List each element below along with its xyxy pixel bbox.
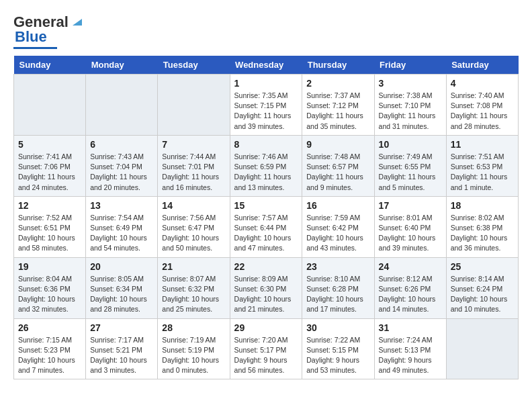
day-info: Sunrise: 8:09 AM Sunset: 6:30 PM Dayligh… — [234, 274, 298, 315]
day-header-sunday: Sunday — [14, 56, 86, 75]
day-info: Sunrise: 7:37 AM Sunset: 7:12 PM Dayligh… — [306, 91, 369, 132]
day-number: 19 — [18, 261, 81, 272]
day-number: 12 — [18, 200, 81, 211]
calendar-table: SundayMondayTuesdayWednesdayThursdayFrid… — [13, 56, 519, 379]
logo-blue-text: Blue — [15, 28, 47, 46]
calendar-cell — [14, 75, 86, 136]
day-info: Sunrise: 7:35 AM Sunset: 7:15 PM Dayligh… — [234, 91, 298, 132]
calendar-cell: 23Sunrise: 8:10 AM Sunset: 6:28 PM Dayli… — [302, 257, 374, 318]
day-number: 27 — [90, 322, 153, 333]
calendar-cell — [86, 75, 158, 136]
day-header-tuesday: Tuesday — [158, 56, 230, 75]
calendar-cell: 16Sunrise: 7:59 AM Sunset: 6:42 PM Dayli… — [302, 196, 374, 257]
day-number: 16 — [306, 200, 369, 211]
day-number: 29 — [234, 322, 298, 333]
day-info: Sunrise: 8:04 AM Sunset: 6:36 PM Dayligh… — [18, 274, 81, 315]
day-info: Sunrise: 8:12 AM Sunset: 6:26 PM Dayligh… — [379, 274, 442, 315]
day-number: 23 — [306, 261, 369, 272]
calendar-cell: 26Sunrise: 7:15 AM Sunset: 5:23 PM Dayli… — [14, 318, 86, 379]
day-number: 9 — [306, 139, 369, 150]
day-number: 18 — [451, 200, 514, 211]
day-number: 24 — [379, 261, 442, 272]
day-header-friday: Friday — [374, 56, 446, 75]
calendar-cell: 29Sunrise: 7:20 AM Sunset: 5:17 PM Dayli… — [230, 318, 302, 379]
day-header-wednesday: Wednesday — [230, 56, 302, 75]
day-info: Sunrise: 7:54 AM Sunset: 6:49 PM Dayligh… — [90, 213, 153, 254]
calendar-cell: 1Sunrise: 7:35 AM Sunset: 7:15 PM Daylig… — [230, 75, 302, 136]
day-info: Sunrise: 7:24 AM Sunset: 5:13 PM Dayligh… — [379, 335, 442, 376]
day-number: 20 — [90, 261, 153, 272]
calendar-cell: 11Sunrise: 7:51 AM Sunset: 6:53 PM Dayli… — [446, 135, 518, 196]
day-number: 25 — [451, 261, 514, 272]
day-header-saturday: Saturday — [446, 56, 518, 75]
day-info: Sunrise: 8:01 AM Sunset: 6:40 PM Dayligh… — [379, 213, 442, 254]
day-number: 26 — [18, 322, 81, 333]
day-info: Sunrise: 7:19 AM Sunset: 5:19 PM Dayligh… — [162, 335, 225, 376]
day-info: Sunrise: 7:17 AM Sunset: 5:21 PM Dayligh… — [90, 335, 153, 376]
day-info: Sunrise: 8:14 AM Sunset: 6:24 PM Dayligh… — [451, 274, 514, 315]
day-info: Sunrise: 7:41 AM Sunset: 7:06 PM Dayligh… — [18, 152, 81, 193]
calendar-cell: 27Sunrise: 7:17 AM Sunset: 5:21 PM Dayli… — [86, 318, 158, 379]
day-number: 28 — [162, 322, 225, 333]
day-number: 8 — [234, 139, 298, 150]
day-info: Sunrise: 7:52 AM Sunset: 6:51 PM Dayligh… — [18, 213, 81, 254]
calendar-cell: 24Sunrise: 8:12 AM Sunset: 6:26 PM Dayli… — [374, 257, 446, 318]
day-number: 30 — [306, 322, 369, 333]
logo-arrow-icon — [70, 13, 85, 28]
calendar-cell — [158, 75, 230, 136]
day-info: Sunrise: 7:43 AM Sunset: 7:04 PM Dayligh… — [90, 152, 153, 193]
calendar-cell: 6Sunrise: 7:43 AM Sunset: 7:04 PM Daylig… — [86, 135, 158, 196]
day-number: 5 — [18, 139, 81, 150]
day-info: Sunrise: 7:51 AM Sunset: 6:53 PM Dayligh… — [451, 152, 514, 193]
calendar-cell: 13Sunrise: 7:54 AM Sunset: 6:49 PM Dayli… — [86, 196, 158, 257]
day-number: 3 — [379, 78, 442, 89]
calendar-cell: 5Sunrise: 7:41 AM Sunset: 7:06 PM Daylig… — [14, 135, 86, 196]
calendar-cell: 9Sunrise: 7:48 AM Sunset: 6:57 PM Daylig… — [302, 135, 374, 196]
day-info: Sunrise: 7:15 AM Sunset: 5:23 PM Dayligh… — [18, 335, 81, 376]
day-info: Sunrise: 8:07 AM Sunset: 6:32 PM Dayligh… — [162, 274, 225, 315]
calendar-cell: 22Sunrise: 8:09 AM Sunset: 6:30 PM Dayli… — [230, 257, 302, 318]
calendar-cell: 30Sunrise: 7:22 AM Sunset: 5:15 PM Dayli… — [302, 318, 374, 379]
calendar-cell: 7Sunrise: 7:44 AM Sunset: 7:01 PM Daylig… — [158, 135, 230, 196]
day-number: 13 — [90, 200, 153, 211]
calendar-cell: 15Sunrise: 7:57 AM Sunset: 6:44 PM Dayli… — [230, 196, 302, 257]
logo-underline — [13, 47, 57, 49]
calendar-cell: 17Sunrise: 8:01 AM Sunset: 6:40 PM Dayli… — [374, 196, 446, 257]
calendar-cell: 4Sunrise: 7:40 AM Sunset: 7:08 PM Daylig… — [446, 75, 518, 136]
day-info: Sunrise: 8:02 AM Sunset: 6:38 PM Dayligh… — [451, 213, 514, 254]
day-number: 11 — [451, 139, 514, 150]
calendar-cell: 10Sunrise: 7:49 AM Sunset: 6:55 PM Dayli… — [374, 135, 446, 196]
day-info: Sunrise: 7:20 AM Sunset: 5:17 PM Dayligh… — [234, 335, 298, 376]
day-header-monday: Monday — [86, 56, 158, 75]
calendar-cell: 18Sunrise: 8:02 AM Sunset: 6:38 PM Dayli… — [446, 196, 518, 257]
day-number: 22 — [234, 261, 298, 272]
day-info: Sunrise: 7:46 AM Sunset: 6:59 PM Dayligh… — [234, 152, 298, 193]
day-info: Sunrise: 7:38 AM Sunset: 7:10 PM Dayligh… — [379, 91, 442, 132]
calendar-cell: 20Sunrise: 8:05 AM Sunset: 6:34 PM Dayli… — [86, 257, 158, 318]
day-info: Sunrise: 8:10 AM Sunset: 6:28 PM Dayligh… — [306, 274, 369, 315]
day-info: Sunrise: 7:44 AM Sunset: 7:01 PM Dayligh… — [162, 152, 225, 193]
day-info: Sunrise: 8:05 AM Sunset: 6:34 PM Dayligh… — [90, 274, 153, 315]
svg-marker-0 — [73, 19, 82, 26]
day-number: 15 — [234, 200, 298, 211]
calendar-cell: 2Sunrise: 7:37 AM Sunset: 7:12 PM Daylig… — [302, 75, 374, 136]
day-info: Sunrise: 7:22 AM Sunset: 5:15 PM Dayligh… — [306, 335, 369, 376]
day-number: 10 — [379, 139, 442, 150]
calendar-cell: 31Sunrise: 7:24 AM Sunset: 5:13 PM Dayli… — [374, 318, 446, 379]
day-info: Sunrise: 7:40 AM Sunset: 7:08 PM Dayligh… — [451, 91, 514, 132]
day-number: 7 — [162, 139, 225, 150]
calendar-cell: 28Sunrise: 7:19 AM Sunset: 5:19 PM Dayli… — [158, 318, 230, 379]
day-info: Sunrise: 7:57 AM Sunset: 6:44 PM Dayligh… — [234, 213, 298, 254]
day-number: 31 — [379, 322, 442, 333]
day-number: 2 — [306, 78, 369, 89]
page-header: General Blue — [13, 13, 519, 49]
day-info: Sunrise: 7:56 AM Sunset: 6:47 PM Dayligh… — [162, 213, 225, 254]
day-number: 21 — [162, 261, 225, 272]
day-number: 6 — [90, 139, 153, 150]
day-number: 1 — [234, 78, 298, 89]
calendar-cell — [446, 318, 518, 379]
day-number: 17 — [379, 200, 442, 211]
logo: General Blue — [13, 13, 85, 49]
day-info: Sunrise: 7:59 AM Sunset: 6:42 PM Dayligh… — [306, 213, 369, 254]
day-number: 4 — [451, 78, 514, 89]
